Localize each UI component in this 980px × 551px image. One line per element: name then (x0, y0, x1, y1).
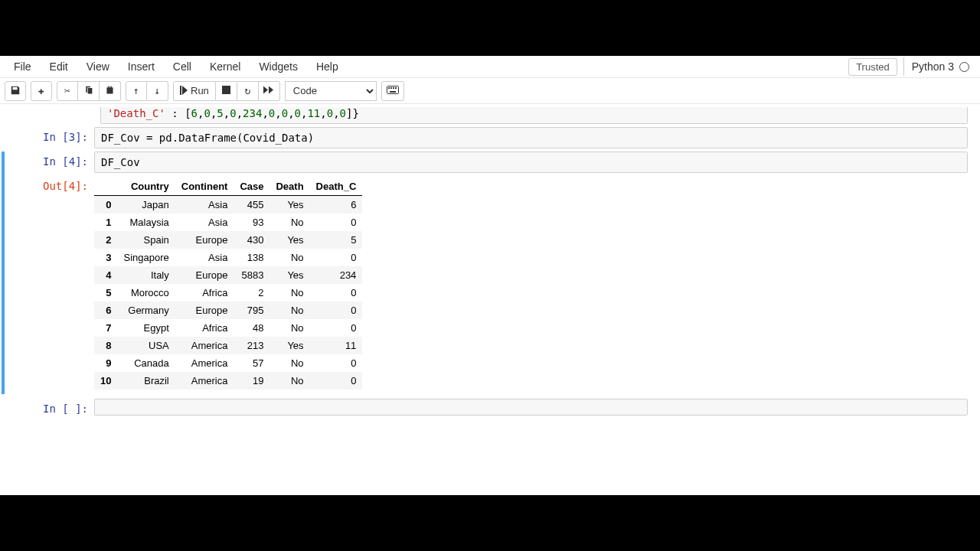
output-cell-4: Out[4]: Country Continent Case Death Dea… (6, 176, 968, 394)
code-input[interactable] (94, 399, 968, 416)
command-palette-button[interactable] (381, 81, 404, 101)
svg-rect-0 (222, 86, 230, 94)
code-cell-partial[interactable]: 'Death_C' : [6,0,5,0,234,0,0,0,11,0,0]} (100, 107, 968, 124)
table-row: 9CanadaAmerica57No0 (94, 354, 362, 372)
code-input[interactable]: DF_Cov (94, 152, 968, 173)
menu-help[interactable]: Help (307, 57, 348, 76)
table-cell: 0 (94, 196, 117, 214)
run-icon (180, 86, 188, 96)
move-up-button[interactable]: ↑ (126, 81, 147, 101)
menu-cell[interactable]: Cell (164, 57, 201, 76)
table-cell: Africa (175, 284, 234, 302)
table-cell: 795 (234, 302, 270, 319)
menu-kernel[interactable]: Kernel (201, 57, 250, 76)
table-cell: 455 (234, 196, 270, 214)
code-cell-3[interactable]: In [3]: DF_Cov = pd.DataFrame(Covid_Data… (6, 127, 968, 148)
menu-edit[interactable]: Edit (41, 57, 77, 76)
svg-rect-4 (393, 87, 394, 89)
table-cell: America (175, 354, 234, 372)
plus-icon: ✚ (38, 86, 44, 96)
table-cell: Brazil (117, 372, 175, 390)
table-cell: Egypt (117, 319, 175, 337)
table-cell: 430 (234, 231, 270, 249)
keyboard-icon (387, 86, 399, 96)
move-down-button[interactable]: ↓ (147, 81, 168, 101)
code-cell-empty[interactable]: In [ ]: (6, 399, 968, 416)
restart-button[interactable]: ↻ (237, 81, 259, 101)
svg-rect-6 (390, 91, 396, 93)
table-cell: No (270, 354, 309, 372)
table-cell: 57 (234, 354, 270, 372)
table-cell: 0 (310, 319, 363, 337)
table-cell: 6 (310, 196, 363, 214)
output-prompt: Out[4]: (6, 176, 94, 394)
table-cell: 0 (310, 214, 363, 231)
paste-button[interactable] (100, 81, 121, 101)
col-case: Case (234, 178, 270, 196)
table-cell: Singapore (117, 249, 175, 266)
save-icon (10, 85, 21, 97)
table-cell: 0 (310, 302, 363, 319)
table-cell: Africa (175, 319, 234, 337)
menubar: File Edit View Insert Cell Kernel Widget… (0, 56, 980, 78)
input-prompt: In [3]: (6, 127, 94, 148)
menu-view[interactable]: View (77, 57, 119, 76)
dataframe-table: Country Continent Case Death Death_C 0Ja… (94, 178, 362, 390)
code-input[interactable]: DF_Cov = pd.DataFrame(Covid_Data) (94, 127, 968, 148)
table-cell: 234 (310, 266, 363, 284)
svg-rect-2 (388, 87, 390, 89)
kernel-idle-icon (959, 62, 969, 72)
table-cell: No (270, 319, 309, 337)
table-cell: 138 (234, 249, 270, 266)
fast-forward-icon (263, 86, 274, 96)
table-cell: 11 (310, 337, 363, 354)
table-cell: Italy (117, 266, 175, 284)
table-cell: Morocco (117, 284, 175, 302)
table-cell: 0 (310, 354, 363, 372)
table-cell: 0 (310, 249, 363, 266)
copy-button[interactable] (78, 81, 100, 101)
table-cell: 93 (234, 214, 270, 231)
code-cell-4[interactable]: In [4]: DF_Cov (6, 152, 968, 173)
run-button[interactable]: Run (173, 81, 216, 101)
table-cell: 5 (310, 231, 363, 249)
table-cell: America (175, 372, 234, 390)
add-cell-button[interactable]: ✚ (31, 81, 52, 101)
table-cell: No (270, 214, 309, 231)
svg-rect-3 (390, 87, 392, 89)
table-row: 4ItalyEurope5883Yes234 (94, 266, 362, 284)
table-cell: 8 (94, 337, 117, 354)
restart-run-all-button[interactable] (259, 81, 280, 101)
table-cell: No (270, 372, 309, 390)
table-cell: Asia (175, 214, 234, 231)
table-cell: Asia (175, 196, 234, 214)
interrupt-button[interactable] (216, 81, 237, 101)
input-prompt: In [ ]: (6, 399, 94, 416)
table-cell: 9 (94, 354, 117, 372)
table-cell: Spain (117, 231, 175, 249)
cell-type-select[interactable]: Code (285, 81, 377, 101)
table-row: 0JapanAsia455Yes6 (94, 196, 362, 214)
table-row: 10BrazilAmerica19No0 (94, 372, 362, 390)
save-button[interactable] (5, 81, 26, 101)
table-row: 8USAAmerica213Yes11 (94, 337, 362, 354)
table-row: 2SpainEurope430Yes5 (94, 231, 362, 249)
table-cell: 1 (94, 214, 117, 231)
menu-insert[interactable]: Insert (119, 57, 164, 76)
trusted-indicator[interactable]: Trusted (848, 58, 897, 76)
paste-icon (105, 85, 115, 96)
table-cell: 5 (94, 284, 117, 302)
cut-button[interactable]: ✂ (57, 81, 78, 101)
menu-file[interactable]: File (5, 57, 41, 76)
table-cell: No (270, 284, 309, 302)
kernel-indicator[interactable]: Python 3 (903, 57, 975, 76)
table-cell: USA (117, 337, 175, 354)
table-row: 3SingaporeAsia138No0 (94, 249, 362, 266)
table-cell: Yes (270, 337, 309, 354)
restart-icon: ↻ (244, 86, 250, 96)
menu-widgets[interactable]: Widgets (250, 57, 307, 76)
cells-container: 'Death_C' : [6,0,5,0,234,0,0,0,11,0,0]} … (0, 104, 980, 416)
input-prompt: In [4]: (6, 152, 94, 173)
table-cell: 5883 (234, 266, 270, 284)
table-cell: 2 (234, 284, 270, 302)
